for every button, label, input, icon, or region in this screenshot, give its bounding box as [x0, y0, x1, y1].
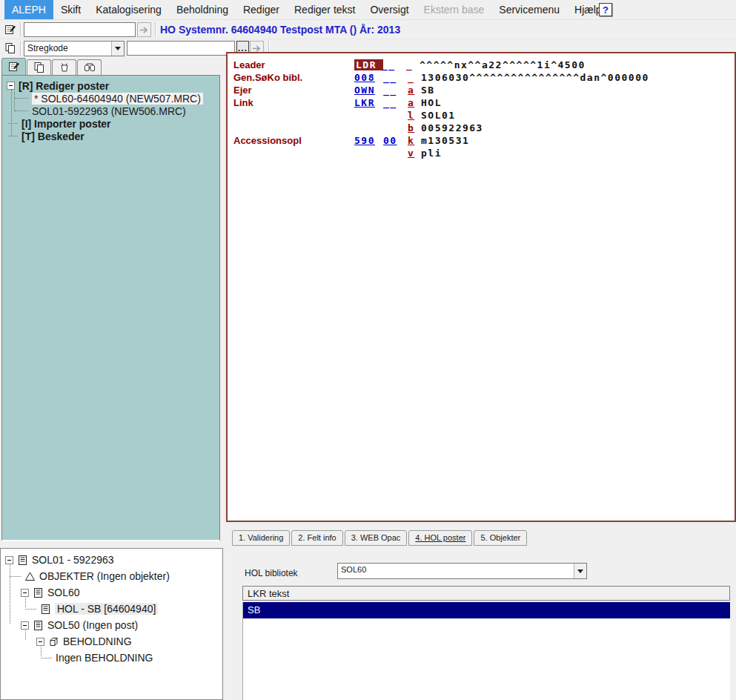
hol-library-combo[interactable]: SOL60 [337, 563, 587, 579]
nav-tab-bucket[interactable] [52, 59, 76, 75]
nav-tab-copy[interactable] [27, 59, 51, 75]
marc-editor-panel[interactable]: LeaderLDR___^^^^^nx^^a22^^^^^1i^4500Gen.… [226, 52, 736, 522]
document-icon [33, 587, 44, 598]
triangle-icon [24, 571, 36, 582]
search-type-combo[interactable]: Stregkode [24, 41, 125, 56]
tab-1-validering[interactable]: 1. Validering [232, 530, 290, 546]
marc-field-row: EjerOWN__aSB [233, 84, 735, 96]
field-subfield-code[interactable]: v [408, 148, 421, 159]
help-icon[interactable]: ? [599, 3, 612, 16]
field-subfield-code[interactable]: _ [408, 72, 421, 83]
expander-minus-icon[interactable] [36, 638, 44, 646]
marc-field-row: LinkLKR__aHOL [233, 96, 735, 109]
expander-minus-icon[interactable] [21, 621, 29, 630]
field-value[interactable]: 1306030^^^^^^^^^^^^^^^^dan^000000 [421, 72, 735, 83]
field-value[interactable]: SB [421, 85, 735, 96]
expander-minus-icon[interactable] [7, 82, 15, 90]
tree-connector [25, 609, 36, 610]
field-indicators[interactable]: 00 [383, 135, 408, 146]
field-subfield-code[interactable]: b [408, 122, 421, 133]
record-tree-item-sol01-5922963[interactable]: SOL01 - 5922963 [1, 552, 222, 568]
field-value[interactable]: HOL [421, 97, 735, 108]
record-number-input[interactable] [24, 22, 136, 37]
record-bar-button[interactable] [2, 22, 19, 37]
marc-field-row: vpli [233, 147, 735, 159]
tab-5-objekter[interactable]: 5. Objekter [474, 530, 527, 546]
chevron-down-icon[interactable] [574, 564, 586, 578]
field-value[interactable]: SOL01 [421, 110, 735, 121]
record-tree-item-label: SOL60 [47, 587, 80, 598]
record-tree-item-sol50-ingen-post[interactable]: SOL50 (Ingen post) [1, 617, 222, 633]
field-tag[interactable]: LDR [354, 59, 383, 70]
nav-tree-item-t-beskeder[interactable]: [T] Beskeder [2, 130, 219, 142]
record-tree-item-sol60[interactable]: SOL60 [1, 584, 222, 601]
nav-tree-item-sol01-5922963-new506-mrc[interactable]: SOL01-5922963 (NEW506.MRC) [2, 105, 219, 117]
marc-field-row: Gen.SøKo bibl.008___1306030^^^^^^^^^^^^^… [233, 71, 735, 84]
record-tree-item-beholdning[interactable]: BEHOLDNING [1, 633, 222, 650]
lkr-list-row[interactable]: SB [243, 602, 730, 618]
lkr-list-body: SB [242, 602, 730, 700]
field-value[interactable]: m130531 [421, 135, 735, 146]
nav-tree-item-label: [R] Rediger poster [19, 80, 109, 92]
record-overview-tree: SOL01 - 5922963OBJEKTER (Ingen objekter)… [0, 548, 223, 700]
nav-tree-item-i-importer-poster[interactable]: [I] Importer poster [2, 117, 219, 130]
arrow-right-icon [139, 26, 149, 34]
field-value[interactable]: ^^^^^nx^^a22^^^^^1i^4500 [420, 59, 735, 70]
field-subfield-code[interactable]: a [408, 85, 421, 96]
document-icon [17, 555, 28, 566]
record-tree-item-label: OBJEKTER (Ingen objekter) [39, 570, 170, 582]
field-subfield-code[interactable]: a [408, 97, 421, 108]
menu-item-rediger-tekst[interactable]: Rediger tekst [287, 0, 362, 19]
menu-item-beholdning[interactable]: Beholdning [169, 0, 236, 19]
menu-item-rediger[interactable]: Rediger [236, 0, 287, 19]
menu-item-oversigt[interactable]: Oversigt [362, 0, 416, 19]
lkr-list-header[interactable]: LKR tekst [242, 586, 730, 601]
search-type-value: Stregkode [24, 42, 111, 56]
field-tag[interactable]: 590 [354, 135, 383, 146]
nav-tab-note-edit[interactable] [1, 58, 26, 75]
field-subfield-code[interactable]: k [408, 135, 421, 146]
field-indicators[interactable]: __ [383, 72, 408, 83]
record-tree-item-ingen-beholdning[interactable]: Ingen BEHOLDNING [1, 650, 222, 666]
marc-field-row: b005922963 [233, 122, 735, 134]
field-tag[interactable]: 008 [354, 72, 383, 83]
field-indicators[interactable]: __ [382, 59, 406, 70]
nav-tree-item-sol60-64604940-new507-mrc[interactable]: * SOL60-64604940 (NEW507.MRC) [2, 92, 219, 105]
search-bar-button[interactable] [2, 40, 19, 56]
copy-icon [4, 42, 16, 54]
hol-library-label: HOL bibliotek [245, 568, 298, 578]
field-tag[interactable]: OWN [354, 85, 383, 96]
field-indicators[interactable]: __ [383, 85, 408, 96]
marc-field-row: LeaderLDR___^^^^^nx^^a22^^^^^1i^4500 [233, 59, 735, 71]
binoculars-icon [84, 62, 96, 73]
record-go-button[interactable] [137, 22, 151, 37]
copy-icon [33, 62, 45, 73]
field-value[interactable]: 005922963 [421, 122, 735, 133]
record-tree-item-objekter-ingen-objekter[interactable]: OBJEKTER (Ingen objekter) [1, 568, 222, 584]
tab-3-web-opac[interactable]: 3. WEB Opac [345, 530, 408, 546]
tab-4-hol-poster[interactable]: 4. HOL poster [408, 530, 472, 546]
menu-item-ekstern-base[interactable]: Ekstern base [417, 0, 492, 19]
menu-item-servicemenu[interactable]: Servicemenu [491, 0, 567, 19]
field-subfield-code[interactable]: l [408, 110, 421, 121]
nav-tab-binoculars[interactable] [77, 59, 102, 75]
lower-pane: 1. Validering2. Felt info3. WEB Opac4. H… [226, 526, 736, 700]
menu-item-aleph[interactable]: ALEPH [4, 0, 53, 19]
field-tag[interactable]: LKR [354, 97, 383, 108]
tab-2-felt-info[interactable]: 2. Felt info [291, 530, 342, 546]
chevron-down-icon[interactable] [111, 42, 124, 56]
menu-item-skift[interactable]: Skift [53, 0, 88, 19]
field-subfield-code[interactable]: _ [406, 59, 420, 70]
tree-connector [25, 629, 26, 640]
nav-tree-item-r-rediger-poster[interactable]: [R] Rediger poster [2, 79, 219, 92]
tree-connector [14, 92, 15, 111]
toolbar-separator [20, 41, 21, 56]
field-indicators[interactable]: __ [383, 97, 408, 108]
search-value-input[interactable] [127, 41, 235, 56]
menu-item-katalogisering[interactable]: Katalogisering [88, 0, 169, 19]
expander-minus-icon[interactable] [5, 556, 13, 564]
record-tree-item-label: SOL50 (Ingen post) [47, 619, 138, 631]
record-tree-item-hol-sb-64604940[interactable]: HOL - SB [64604940] [1, 601, 222, 617]
field-value[interactable]: pli [421, 148, 735, 159]
expander-minus-icon[interactable] [21, 589, 29, 597]
